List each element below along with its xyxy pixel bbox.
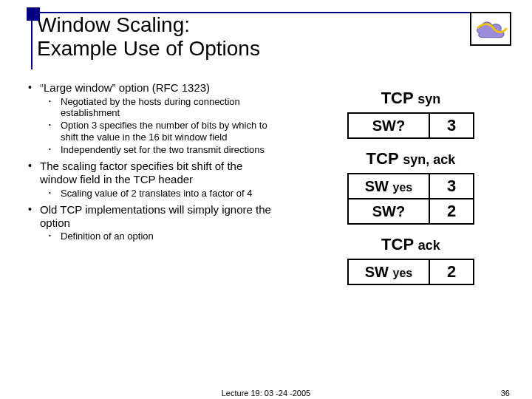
sw-cell-left: SW?	[348, 199, 429, 224]
diagram-column: TCP syn SW? 3 TCP syn, ack SW yes 3 SW? …	[315, 89, 507, 296]
sw-table: SW yes 2	[347, 259, 474, 285]
bullet-list: “Large window” option (RFC 1323) Negotia…	[27, 81, 278, 242]
sw-cell-right: 2	[429, 199, 474, 224]
slide-title: Window Scaling: Example Use of Options	[33, 13, 488, 61]
sub-bullet-list: Definition of an option	[40, 231, 278, 242]
slide-title-area: Window Scaling: Example Use of Options	[33, 13, 488, 61]
tcp-heading: TCP syn	[315, 89, 507, 108]
sub-bullet-list: Scaling value of 2 translates into a fac…	[40, 188, 278, 199]
title-rule-top	[40, 12, 488, 13]
bullet-content: “Large window” option (RFC 1323) Negotia…	[27, 81, 278, 247]
tcp-heading: TCP syn, ack	[315, 149, 507, 168]
sub-bullet-text: Negotiated by the hosts during connectio…	[61, 96, 240, 118]
tcp-heading-main: TCP	[381, 235, 418, 253]
tcp-heading-sub: syn, ack	[403, 152, 455, 167]
footer-center: Lecture 19: 03 -24 -2005	[0, 389, 532, 398]
title-rule-left	[31, 21, 33, 69]
title-accent-square	[27, 7, 40, 21]
cloud-icon	[473, 15, 508, 43]
sw-cell-left: SW?	[348, 113, 429, 138]
sw-cell-sub: yes	[393, 181, 413, 194]
sw-table: SW? 3	[347, 112, 474, 139]
bullet-item: “Large window” option (RFC 1323) Negotia…	[27, 81, 278, 155]
table-row: SW yes 3	[348, 174, 474, 199]
footer-page-number: 36	[501, 389, 510, 398]
bullet-text: Old TCP implementations will simply igno…	[40, 203, 271, 229]
bullet-text: “Large window” option (RFC 1323)	[40, 81, 210, 94]
table-row: SW? 3	[348, 113, 474, 138]
sw-cell-main: SW?	[372, 203, 405, 219]
sw-table: SW yes 3 SW? 2	[347, 173, 474, 225]
slide-logo	[470, 12, 511, 46]
tcp-heading: TCP ack	[315, 235, 507, 254]
tcp-heading-sub: syn	[417, 92, 440, 106]
bullet-text: The scaling factor specifies bit shift o…	[40, 160, 242, 185]
sw-cell-right: 2	[429, 259, 474, 284]
sub-bullet-item: Option 3 specifies the number of bits by…	[40, 120, 278, 143]
sw-cell-main: SW?	[372, 117, 405, 134]
bullet-item: The scaling factor specifies bit shift o…	[27, 160, 278, 199]
sub-bullet-item: Definition of an option	[40, 231, 278, 242]
sub-bullet-text: Independently set for the two transmit d…	[61, 144, 265, 155]
sub-bullet-list: Negotiated by the hosts during connectio…	[40, 96, 278, 156]
table-row: SW yes 2	[348, 259, 474, 284]
tcp-heading-sub: ack	[418, 238, 440, 253]
sw-cell-main: SW	[365, 264, 393, 280]
sub-bullet-text: Scaling value of 2 translates into a fac…	[61, 188, 252, 199]
sub-bullet-text: Option 3 specifies the number of bits by…	[61, 120, 267, 142]
sw-cell-main: SW	[365, 178, 393, 194]
table-row: SW? 2	[348, 199, 474, 224]
bullet-item: Old TCP implementations will simply igno…	[27, 203, 278, 242]
tcp-heading-main: TCP	[366, 149, 403, 168]
sub-bullet-item: Negotiated by the hosts during connectio…	[40, 96, 278, 119]
tcp-heading-main: TCP	[381, 89, 418, 107]
sw-cell-sub: yes	[393, 267, 413, 279]
sub-bullet-text: Definition of an option	[61, 231, 154, 242]
sw-cell-right: 3	[429, 174, 474, 199]
sw-cell-left: SW yes	[348, 174, 429, 199]
sub-bullet-item: Independently set for the two transmit d…	[40, 144, 278, 155]
sw-cell-left: SW yes	[348, 259, 429, 284]
sw-cell-right: 3	[429, 113, 474, 138]
sub-bullet-item: Scaling value of 2 translates into a fac…	[40, 188, 278, 199]
